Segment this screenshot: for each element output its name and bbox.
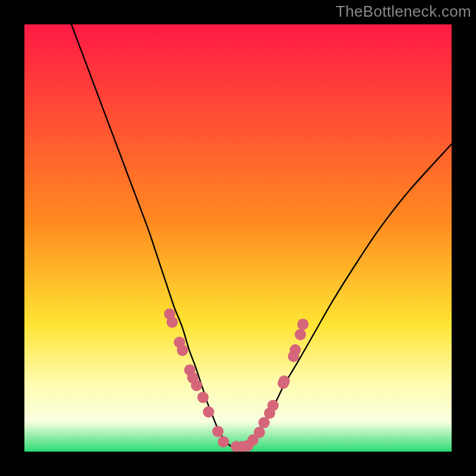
data-marker — [212, 426, 224, 437]
data-marker — [258, 417, 270, 428]
data-marker — [203, 406, 214, 418]
data-marker — [177, 345, 188, 356]
data-marker — [267, 400, 278, 411]
plot-svg — [24, 24, 452, 452]
data-marker — [298, 319, 309, 330]
data-marker — [191, 380, 202, 391]
gradient-background — [24, 24, 452, 452]
data-marker — [295, 329, 306, 340]
chart-canvas: TheBottleneck.com — [0, 0, 476, 476]
data-marker — [278, 375, 290, 387]
data-marker — [198, 392, 209, 403]
data-marker — [290, 345, 301, 356]
plot-area — [24, 24, 452, 452]
watermark-text: TheBottleneck.com — [336, 2, 471, 21]
data-marker — [218, 436, 229, 447]
data-marker — [167, 317, 178, 328]
data-marker — [253, 427, 265, 438]
